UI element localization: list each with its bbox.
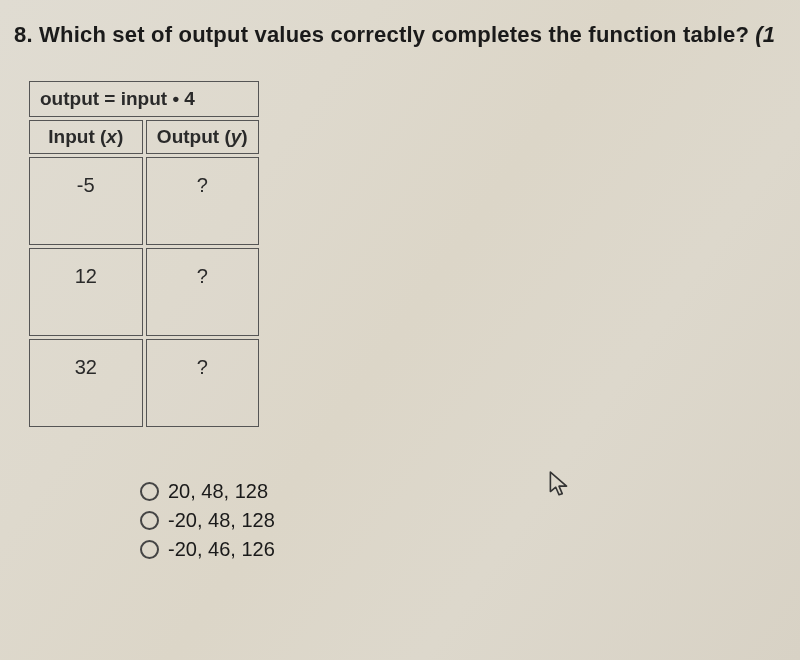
output-cell: ? (146, 157, 260, 245)
radio-icon (140, 540, 159, 559)
question-number: 8. (14, 22, 33, 47)
output-cell: ? (146, 339, 260, 427)
function-table-container: output = input • 4 Input (x) Output (y) … (26, 78, 262, 430)
table-row: 12 ? (29, 248, 259, 336)
output-cell: ? (146, 248, 260, 336)
input-cell: -5 (29, 157, 143, 245)
input-header: Input (x) (29, 120, 143, 154)
option-c[interactable]: -20, 46, 126 (140, 538, 800, 561)
question-body: Which set of output values correctly com… (39, 22, 749, 47)
function-rule: output = input • 4 (29, 81, 259, 117)
cursor-icon (548, 470, 570, 498)
table-row: -5 ? (29, 157, 259, 245)
option-label: -20, 48, 128 (168, 509, 275, 532)
output-header: Output (y) (146, 120, 260, 154)
option-label: 20, 48, 128 (168, 480, 268, 503)
function-table: output = input • 4 Input (x) Output (y) … (26, 78, 262, 430)
table-row: 32 ? (29, 339, 259, 427)
radio-icon (140, 511, 159, 530)
input-cell: 12 (29, 248, 143, 336)
answer-options: 20, 48, 128 -20, 48, 128 -20, 46, 126 (140, 480, 800, 561)
input-cell: 32 (29, 339, 143, 427)
option-a[interactable]: 20, 48, 128 (140, 480, 800, 503)
option-b[interactable]: -20, 48, 128 (140, 509, 800, 532)
option-label: -20, 46, 126 (168, 538, 275, 561)
question-text: 8. Which set of output values correctly … (0, 0, 800, 48)
radio-icon (140, 482, 159, 501)
question-points: (1 (755, 22, 775, 47)
